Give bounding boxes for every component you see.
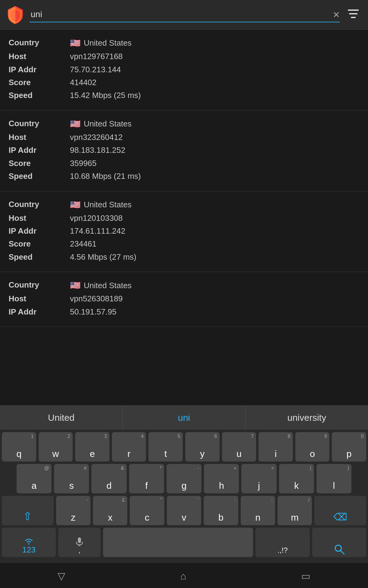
host-value: vpn323260412 <box>70 132 123 143</box>
shift-key[interactable]: ⇧ <box>2 496 54 525</box>
vpn-country-row: Country 🇺🇸United States <box>9 199 359 211</box>
key-z[interactable]: -z <box>56 496 90 525</box>
autocomplete-university[interactable]: university <box>246 406 368 430</box>
host-value: vpn129767168 <box>70 51 123 62</box>
country-label: Country <box>9 199 70 211</box>
keyboard: 1q 2w 3e 4r 5t 6y 7u 8i 9o 0p @a #s &d *… <box>0 430 368 563</box>
vpn-item[interactable]: Country 🇺🇸United States Host vpn52630818… <box>0 272 368 327</box>
space-key[interactable] <box>103 528 253 557</box>
speed-value: 15.42 Mbps (25 ms) <box>70 90 141 101</box>
vpn-item[interactable]: Country 🇺🇸United States Host vpn12010330… <box>0 191 368 272</box>
host-value: vpn526308189 <box>70 293 123 304</box>
key-x[interactable]: £x <box>93 496 127 525</box>
key-d[interactable]: &d <box>91 464 126 493</box>
svg-rect-3 <box>78 537 81 543</box>
speed-label: Speed <box>9 171 70 182</box>
key-y[interactable]: 6y <box>185 432 220 462</box>
ip-value: 50.191.57.95 <box>70 306 117 317</box>
home-nav-button[interactable]: ⌂ <box>171 567 195 585</box>
key-e[interactable]: 3e <box>75 432 109 462</box>
speed-label: Speed <box>9 90 70 101</box>
key-p[interactable]: 0p <box>332 432 366 462</box>
clear-search-button[interactable]: ✕ <box>333 10 340 20</box>
search-key[interactable] <box>312 528 366 557</box>
keyboard-row-2: @a #s &d *f -g +h =j (k )l <box>2 464 366 493</box>
key-n[interactable]: ;n <box>241 496 275 525</box>
key-u[interactable]: 7u <box>222 432 256 462</box>
app-logo <box>6 6 25 24</box>
vpn-item[interactable]: Country 🇺🇸United States Host vpn32326041… <box>0 111 368 191</box>
wifi-icon <box>25 538 33 545</box>
svg-rect-2 <box>351 17 356 18</box>
vpn-ip-row: IP Addr 75.70.213.144 <box>9 64 359 75</box>
key-g[interactable]: -g <box>167 464 201 493</box>
ip-label: IP Addr <box>9 64 70 75</box>
key-w[interactable]: 2w <box>39 432 73 462</box>
vpn-speed-row: Speed 10.68 Mbps (21 ms) <box>9 171 359 182</box>
score-label: Score <box>9 238 70 249</box>
key-j[interactable]: =j <box>241 464 276 493</box>
speed-value: 4.56 Mbps (27 ms) <box>70 251 136 262</box>
score-label: Score <box>9 77 70 88</box>
vpn-ip-row: IP Addr 98.183.181.252 <box>9 145 359 156</box>
nav-bar: ▽ ⌂ ▭ <box>0 563 368 588</box>
vpn-ip-row: IP Addr 50.191.57.95 <box>9 306 359 317</box>
filter-button[interactable] <box>345 9 362 21</box>
ip-label: IP Addr <box>9 306 70 317</box>
vpn-country-row: Country 🇺🇸United States <box>9 279 359 291</box>
vpn-score-row: Score 414402 <box>9 77 359 88</box>
keyboard-row-4: 123 , .,!? <box>2 528 366 557</box>
score-value: 414402 <box>70 77 97 88</box>
key-k[interactable]: (k <box>279 464 314 493</box>
vpn-item[interactable]: Country 🇺🇸United States Host vpn12976716… <box>0 30 368 111</box>
key-o[interactable]: 9o <box>295 432 330 462</box>
score-label: Score <box>9 158 70 169</box>
country-value: 🇺🇸United States <box>70 118 132 130</box>
key-v[interactable]: 'v <box>167 496 201 525</box>
key-b[interactable]: :b <box>204 496 238 525</box>
key-l[interactable]: )l <box>316 464 351 493</box>
vpn-country-row: Country 🇺🇸United States <box>9 37 359 49</box>
vpn-host-row: Host vpn129767168 <box>9 51 359 62</box>
country-label: Country <box>9 118 70 130</box>
host-label: Host <box>9 293 70 304</box>
vpn-ip-row: IP Addr 174.61.111.242 <box>9 225 359 236</box>
keyboard-row-1: 1q 2w 3e 4r 5t 6y 7u 8i 9o 0p <box>2 432 366 462</box>
svg-line-7 <box>340 550 344 554</box>
svg-rect-0 <box>348 9 359 11</box>
key-c[interactable]: "c <box>130 496 164 525</box>
key-q[interactable]: 1q <box>2 432 36 462</box>
back-nav-button[interactable]: ▽ <box>48 567 75 585</box>
key-a[interactable]: @a <box>17 464 52 493</box>
key-i[interactable]: 8i <box>259 432 293 462</box>
host-label: Host <box>9 132 70 143</box>
autocomplete-united[interactable]: United <box>0 406 123 430</box>
speed-label: Speed <box>9 251 70 262</box>
recents-nav-button[interactable]: ▭ <box>292 567 320 585</box>
key-s[interactable]: #s <box>54 464 89 493</box>
vpn-list: Country 🇺🇸United States Host vpn12976716… <box>0 30 368 327</box>
key-r[interactable]: 4r <box>112 432 146 462</box>
autocomplete-bar: United uni university <box>0 405 368 430</box>
vpn-speed-row: Speed 4.56 Mbps (27 ms) <box>9 251 359 262</box>
score-value: 234461 <box>70 238 97 249</box>
period-key[interactable]: .,!? <box>255 528 309 557</box>
vpn-host-row: Host vpn120103308 <box>9 213 359 224</box>
comma-mic-key[interactable]: , <box>58 528 100 557</box>
vpn-score-row: Score 359965 <box>9 158 359 169</box>
key-m[interactable]: /m <box>278 496 312 525</box>
key-f[interactable]: *f <box>129 464 164 493</box>
ip-label: IP Addr <box>9 145 70 156</box>
key-h[interactable]: +h <box>204 464 239 493</box>
svg-rect-1 <box>349 13 358 14</box>
autocomplete-uni[interactable]: uni <box>123 406 245 430</box>
search-container: ✕ <box>29 7 340 22</box>
keyboard-row-3: ⇧ -z £x "c 'v :b ;n /m ⌫ <box>2 496 366 525</box>
vpn-host-row: Host vpn323260412 <box>9 132 359 143</box>
num-toggle-key[interactable]: 123 <box>2 528 56 557</box>
ip-value: 75.70.213.144 <box>70 64 121 75</box>
backspace-key[interactable]: ⌫ <box>314 496 366 525</box>
host-label: Host <box>9 213 70 224</box>
search-input[interactable] <box>29 7 340 22</box>
key-t[interactable]: 5t <box>148 432 183 462</box>
